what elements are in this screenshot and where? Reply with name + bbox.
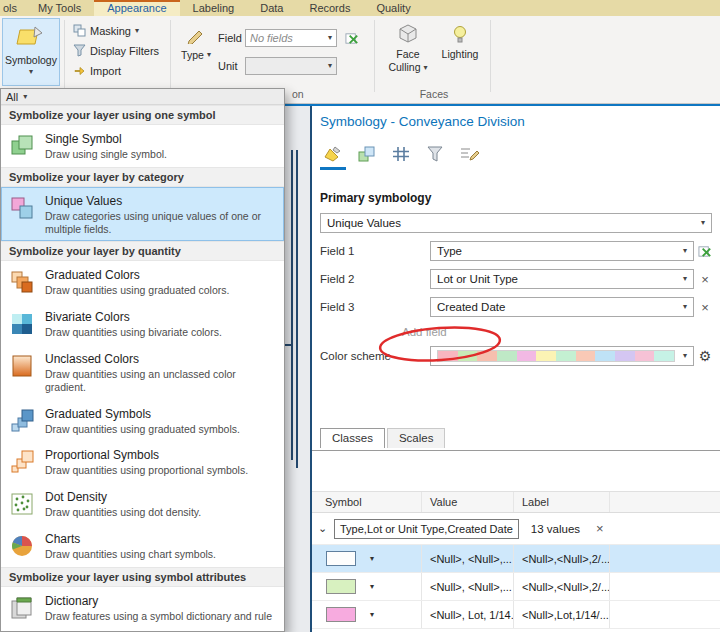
field1-expression-button[interactable] <box>694 244 716 259</box>
pen-lines-icon <box>459 145 479 163</box>
chevron-down-icon: ▾ <box>679 303 687 311</box>
group-fields-combo[interactable]: Type,Lot or Unit Type,Created Date <box>334 519 519 539</box>
table-row[interactable]: ▾ <Null>, <Null>,... <Null>,<Null>,2/... <box>312 573 720 601</box>
vary-symbology-icon <box>357 145 377 163</box>
gallery-item-bivariate-colors[interactable]: Bivariate Colors Draw quantities using b… <box>1 303 284 345</box>
tab-vary-symbology[interactable] <box>354 141 380 170</box>
symbology-gallery-dropdown: All ▾ Symbolize your layer using one sym… <box>0 88 285 632</box>
masking-button[interactable]: Masking ▾ <box>70 22 142 40</box>
field3-label: Field 3 <box>320 301 430 313</box>
row-value: <Null>, <Null>,... <box>422 573 514 600</box>
field1-label: Field 1 <box>320 245 430 257</box>
gallery-item-dot-density[interactable]: Dot Density Draw quantities using dot de… <box>1 483 284 525</box>
bivariate-colors-icon <box>9 311 35 337</box>
display-filters-icon <box>73 44 86 59</box>
row-label: <Null>,<Null>,2/... <box>514 545 610 572</box>
map-feature-line <box>291 150 293 460</box>
values-count: 13 values <box>531 523 580 535</box>
tab-filter[interactable] <box>422 141 448 170</box>
line-symbol-icon <box>186 26 206 46</box>
tab-labeling[interactable]: Labeling <box>180 0 248 16</box>
face-culling-button[interactable]: Face Culling ▾ <box>384 18 432 92</box>
tab-quality[interactable]: Quality <box>363 0 423 16</box>
type-gallery-button[interactable]: Type ▾ <box>178 22 214 84</box>
tab-appearance[interactable]: Appearance <box>94 0 179 16</box>
column-symbol: Symbol <box>312 492 422 512</box>
gallery-item-unique-values[interactable]: Unique Values Draw categories using uniq… <box>1 187 284 242</box>
dictionary-icon <box>9 595 35 621</box>
dot-density-icon <box>9 491 35 517</box>
gallery-item-dictionary[interactable]: Dictionary Draw features using a symbol … <box>1 587 284 629</box>
chevron-down-icon: ▾ <box>697 219 705 227</box>
symbol-swatch[interactable] <box>326 607 356 622</box>
field3-select[interactable]: Created Date ▾ <box>430 297 694 317</box>
lighting-button[interactable]: Lighting <box>436 18 484 92</box>
field-combo[interactable]: No fields ▾ <box>245 29 337 47</box>
color-scheme-label: Color scheme <box>320 350 430 362</box>
table-row[interactable]: ▾ <Null>, Lot, 1/14... <Null>,Lot,1/14/.… <box>312 601 720 629</box>
expression-x-icon <box>698 244 713 259</box>
tab-tools-partial[interactable]: ols <box>0 0 25 16</box>
chevron-down-icon[interactable]: ▾ <box>370 554 374 563</box>
funnel-icon <box>425 145 445 163</box>
gallery-item-charts[interactable]: Charts Draw quantities using chart symbo… <box>1 525 284 567</box>
section-header: Symbolize your layer using symbol attrib… <box>1 567 284 587</box>
single-symbol-icon <box>9 133 35 159</box>
gallery-item-unclassed-colors[interactable]: Unclassed Colors Draw quantities using a… <box>1 345 284 400</box>
ribbon-group-label-faces: Faces <box>384 88 484 100</box>
gallery-item-graduated-colors[interactable]: Graduated Colors Draw quantities using g… <box>1 261 284 303</box>
field3-remove-button[interactable]: × <box>694 300 716 315</box>
chevron-down-icon: ▾ <box>424 64 428 72</box>
add-field-button[interactable]: Add field <box>402 326 720 338</box>
primary-symbology-select[interactable]: Unique Values ▾ <box>320 213 712 233</box>
color-scheme-row: Color scheme ▾ ⚙ <box>320 346 716 366</box>
import-icon <box>73 64 86 79</box>
gallery-item-proportional-symbols[interactable]: Proportional Symbols Draw quantities usi… <box>1 441 284 483</box>
primary-symbology-icon <box>323 145 343 163</box>
color-scheme-select[interactable]: ▾ <box>430 346 694 366</box>
gallery-filter[interactable]: All ▾ <box>1 89 284 105</box>
ribbon-separator <box>490 20 491 92</box>
ribbon-separator <box>374 20 375 92</box>
table-row[interactable]: ▾ <Null>, <Null>,... <Null>,<Null>,2/... <box>312 545 720 573</box>
field2-label: Field 2 <box>320 273 430 285</box>
symbol-swatch[interactable] <box>326 551 356 566</box>
unclassed-colors-icon <box>9 353 35 379</box>
chevron-down-icon[interactable]: ▾ <box>370 582 374 591</box>
chevron-down-icon[interactable]: ▾ <box>370 610 374 619</box>
symbol-swatch[interactable] <box>326 579 356 594</box>
tab-records[interactable]: Records <box>296 0 363 16</box>
gallery-item-graduated-symbols[interactable]: Graduated Symbols Draw quantities using … <box>1 400 284 442</box>
expression-button[interactable] <box>343 29 361 47</box>
gallery-item-single-symbol[interactable]: Single Symbol Draw using single symbol. <box>1 125 284 167</box>
symbology-button[interactable]: Symbology ▾ <box>2 18 60 86</box>
pie-chart-icon <box>9 533 35 559</box>
field3-row: Field 3 Created Date ▾ × <box>320 297 716 317</box>
chevron-down-icon: ▾ <box>328 34 332 42</box>
tab-my-tools[interactable]: My Tools <box>25 0 94 16</box>
close-icon[interactable]: × <box>596 521 604 536</box>
tab-advanced-symbology[interactable] <box>456 141 482 170</box>
tab-scales[interactable]: Scales <box>387 428 446 448</box>
ribbon-group-label-partial: on <box>292 88 304 100</box>
field2-select[interactable]: Lot or Unit Type ▾ <box>430 269 694 289</box>
chevron-down-icon[interactable]: ⌄ <box>318 522 332 535</box>
tab-data[interactable]: Data <box>247 0 296 16</box>
chevron-down-icon: ▾ <box>29 68 33 76</box>
gear-icon[interactable]: ⚙ <box>694 348 716 364</box>
symbology-icon-tabs <box>320 141 720 171</box>
unit-combo[interactable]: ▾ <box>245 57 337 75</box>
graduated-colors-icon <box>9 269 35 295</box>
chevron-down-icon: ▾ <box>135 27 139 35</box>
display-filters-button[interactable]: Display Filters <box>70 42 162 60</box>
group-header-row: ⌄ Type,Lot or Unit Type,Created Date 13 … <box>312 513 720 545</box>
tab-classes[interactable]: Classes <box>320 428 385 448</box>
chevron-down-icon: ▾ <box>679 247 687 255</box>
import-button[interactable]: Import <box>70 62 124 80</box>
column-label: Label <box>514 492 610 512</box>
tab-primary-symbology[interactable] <box>320 141 346 170</box>
ribbon-tab-strip: ols My Tools Appearance Labeling Data Re… <box>0 0 720 16</box>
tab-symbol-layer-drawing[interactable] <box>388 141 414 170</box>
field2-remove-button[interactable]: × <box>694 272 716 287</box>
field1-select[interactable]: Type ▾ <box>430 241 694 261</box>
